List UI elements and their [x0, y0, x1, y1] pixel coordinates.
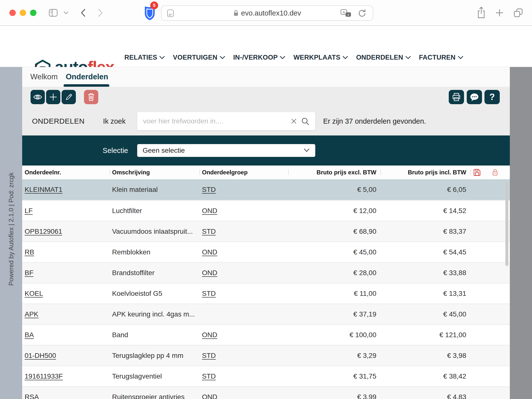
col-header-prijs-incl[interactable]: Bruto prijs incl. BTW — [381, 166, 470, 179]
chevron-down-icon — [303, 148, 310, 152]
col-header-onderdeelgroep[interactable]: Onderdeelgroep — [200, 166, 288, 179]
table-row[interactable]: KLEINMAT1Klein materiaalSTD€ 5,00€ 6,05 — [22, 179, 510, 200]
app-content: Welkom Onderdelen — [22, 67, 510, 399]
group-link[interactable]: OND — [202, 393, 217, 399]
table-row[interactable]: BFBrandstoffilterOND€ 28,00€ 33,88 — [22, 262, 510, 283]
part-number-cell: 191611933F — [22, 366, 110, 386]
price-incl-cell: € 4,83 — [381, 387, 470, 399]
tab-overview-icon[interactable] — [513, 8, 523, 18]
nav-item-relaties[interactable]: RELATIES — [124, 54, 165, 61]
description-cell: Luchtfilter — [110, 201, 200, 221]
view-button[interactable] — [31, 90, 45, 104]
group-link[interactable]: OND — [202, 207, 217, 215]
table-row[interactable]: BABandOND€ 100,00€ 121,00 — [22, 324, 510, 345]
description-cell: Vacuumdoos inlaatspruit... — [110, 221, 200, 241]
table-row[interactable]: OPB129061Vacuumdoos inlaatspruit...STD€ … — [22, 221, 510, 241]
sidebar-toggle-icon[interactable] — [49, 9, 58, 17]
part-number-link[interactable]: 191611933F — [25, 372, 63, 380]
translate-icon[interactable]: A x — [341, 9, 351, 18]
description-cell: Ruitensproeier antivries — [110, 387, 200, 399]
part-number-link[interactable]: 01-DH500 — [25, 352, 56, 360]
group-cell: OND — [200, 263, 288, 283]
url-bar[interactable]: evo.autoflex10.dev A x — [161, 5, 373, 21]
table-row[interactable]: KOELKoelvloeistof G5STD€ 11,00€ 13,31 — [22, 283, 510, 303]
row-actions-cell — [470, 201, 510, 221]
nav-item-onderdelen[interactable]: ONDERDELEN — [356, 54, 411, 61]
nav-item-facturen[interactable]: FACTUREN — [419, 54, 463, 61]
chevron-down-icon — [405, 56, 411, 59]
price-excl-cell: € 68,90 — [288, 221, 381, 241]
part-number-cell: BA — [22, 325, 110, 345]
table-body: KLEINMAT1Klein materiaalSTD€ 5,00€ 6,05L… — [22, 179, 510, 399]
col-header-omschrijving[interactable]: Omschrijving — [110, 166, 200, 179]
description-cell: Remblokken — [110, 242, 200, 262]
group-link[interactable]: OND — [202, 248, 217, 256]
delete-button[interactable] — [84, 90, 98, 104]
part-number-cell: KLEINMAT1 — [22, 179, 110, 200]
table-row[interactable]: 01-DH500Terugslagklep pp 4 mmSTD€ 3,29€ … — [22, 345, 510, 366]
window-close-button[interactable] — [9, 10, 16, 16]
price-excl-cell: € 3,29 — [288, 346, 381, 366]
screen: 5 evo.autoflex10.dev A x — [0, 0, 532, 399]
row-actions-cell — [470, 221, 510, 241]
window-minimize-button[interactable] — [20, 10, 26, 16]
group-link[interactable]: STD — [202, 228, 216, 235]
tab-onderdelen[interactable]: Onderdelen — [66, 67, 108, 87]
lock-red-icon[interactable] — [492, 168, 499, 176]
lock-icon — [233, 10, 239, 17]
part-number-link[interactable]: BF — [25, 269, 33, 277]
nav-item-inverkoop[interactable]: IN-/VERKOOP — [233, 54, 285, 61]
group-link[interactable]: STD — [202, 352, 216, 360]
print-button[interactable] — [449, 90, 464, 104]
chat-bubble-icon — [469, 93, 480, 101]
chat-button[interactable] — [467, 90, 482, 104]
help-button[interactable]: ? — [484, 90, 500, 104]
add-button[interactable] — [46, 90, 60, 104]
part-number-link[interactable]: KOEL — [25, 290, 43, 298]
back-button-icon[interactable] — [80, 8, 86, 17]
new-tab-icon[interactable] — [495, 8, 504, 17]
col-header-onderdeelnr[interactable]: Onderdeelnr. — [22, 166, 110, 179]
sidebar-menu-chevron-icon[interactable] — [64, 11, 68, 14]
search-icon[interactable] — [301, 117, 310, 126]
col-header-prijs-excl[interactable]: Bruto prijs excl. BTW — [288, 166, 381, 179]
price-incl-cell: € 14,52 — [381, 201, 470, 221]
part-number-link[interactable]: APK — [25, 310, 38, 318]
group-link[interactable]: OND — [202, 269, 217, 277]
part-number-link[interactable]: LF — [25, 207, 33, 215]
plus-icon — [49, 93, 57, 101]
table-row[interactable]: 191611933FTerugslagventielSTD€ 31,75€ 38… — [22, 366, 510, 386]
save-icon[interactable] — [473, 169, 481, 176]
tab-welkom[interactable]: Welkom — [30, 67, 58, 87]
table-row[interactable]: LFLuchtfilterOND€ 12,00€ 14,52 — [22, 200, 510, 221]
clear-search-icon[interactable] — [291, 118, 297, 124]
search-input[interactable] — [137, 112, 315, 130]
table-scrollbar-thumb[interactable] — [505, 182, 508, 266]
nav-item-voertuigen[interactable]: VOERTUIGEN — [173, 54, 225, 61]
nav-item-werkplaats[interactable]: WERKPLAATS — [293, 54, 348, 61]
group-link[interactable]: STD — [202, 372, 216, 380]
group-link[interactable]: STD — [202, 290, 216, 298]
pencil-icon — [65, 93, 73, 101]
part-number-link[interactable]: RSA — [25, 393, 39, 399]
selection-label: Selectie — [22, 135, 128, 166]
edit-button[interactable] — [62, 90, 76, 104]
forward-button-icon[interactable] — [98, 8, 103, 17]
table-row[interactable]: RBRemblokkenOND€ 45,00€ 54,45 — [22, 241, 510, 262]
reload-icon[interactable] — [358, 9, 366, 18]
selection-dropdown[interactable]: Geen selectie — [137, 144, 315, 157]
svg-text:x: x — [348, 13, 349, 17]
window-zoom-button[interactable] — [30, 10, 36, 16]
group-link[interactable]: OND — [202, 331, 217, 339]
table-row[interactable]: RSARuitensproeier antivriesOND€ 3,99€ 4,… — [22, 386, 510, 399]
part-number-link[interactable]: BA — [25, 331, 34, 339]
share-icon[interactable] — [477, 6, 486, 19]
price-incl-cell: € 121,00 — [381, 325, 470, 345]
group-link[interactable]: STD — [202, 186, 216, 194]
description-cell: APK keuring incl. 4gas m... — [110, 304, 200, 324]
part-number-link[interactable]: RB — [25, 248, 34, 256]
table-row[interactable]: APKAPK keuring incl. 4gas m...€ 37,19€ 4… — [22, 303, 510, 324]
row-actions-cell — [470, 179, 510, 200]
part-number-link[interactable]: OPB129061 — [25, 228, 62, 235]
part-number-link[interactable]: KLEINMAT1 — [25, 186, 63, 194]
